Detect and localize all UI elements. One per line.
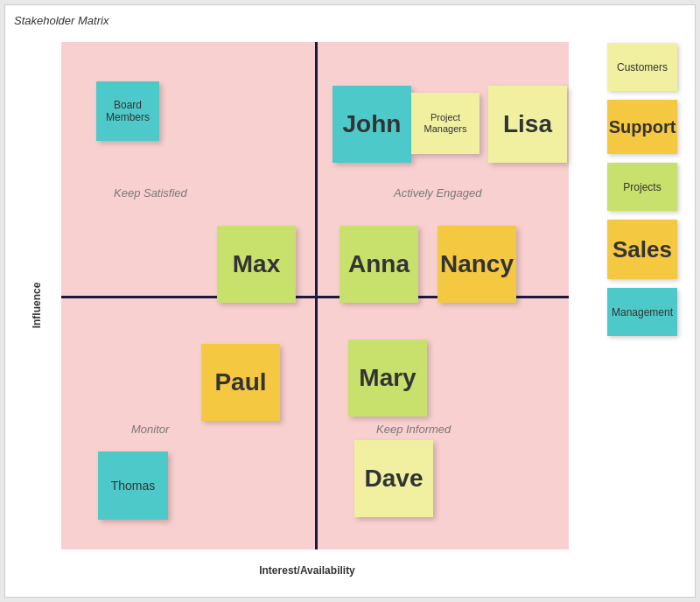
- matrix-wrapper: Influence Keep Satisfied Actively Engage…: [14, 34, 600, 577]
- legend-customers[interactable]: Customers: [607, 43, 677, 91]
- divider-vertical: [315, 42, 318, 550]
- label-actively-engaged: Actively Engaged: [394, 186, 481, 200]
- sticky-max[interactable]: Max: [217, 226, 296, 303]
- sticky-lisa[interactable]: Lisa: [488, 86, 567, 163]
- x-axis-label: Interest/Availability: [259, 564, 355, 577]
- sticky-thomas[interactable]: Thomas: [98, 452, 168, 520]
- sticky-john[interactable]: John: [332, 86, 411, 163]
- legend-sales[interactable]: Sales: [607, 220, 677, 279]
- legend-panel: Customers Support Projects Sales Managem…: [607, 34, 686, 577]
- label-keep-satisfied: Keep Satisfied: [114, 186, 187, 200]
- page-title: Stakeholder Matrix: [14, 14, 686, 27]
- legend-support[interactable]: Support: [607, 100, 677, 154]
- sticky-mary[interactable]: Mary: [348, 340, 427, 416]
- content-area: Influence Keep Satisfied Actively Engage…: [14, 34, 686, 577]
- sticky-anna[interactable]: Anna: [340, 226, 418, 303]
- main-container: Stakeholder Matrix Influence Keep Satisf…: [4, 4, 696, 598]
- sticky-nancy[interactable]: Nancy: [438, 226, 516, 303]
- y-axis-label: Influence: [31, 283, 43, 329]
- sticky-project-managers[interactable]: Project Managers: [411, 93, 480, 154]
- sticky-board-members[interactable]: Board Members: [96, 81, 159, 141]
- legend-projects[interactable]: Projects: [607, 163, 677, 211]
- sticky-dave[interactable]: Dave: [354, 440, 433, 517]
- label-monitor: Monitor: [131, 423, 169, 436]
- sticky-paul[interactable]: Paul: [201, 344, 280, 421]
- label-keep-informed: Keep Informed: [376, 423, 451, 436]
- matrix: Keep Satisfied Actively Engaged Monitor …: [61, 42, 569, 550]
- legend-management[interactable]: Management: [607, 288, 677, 336]
